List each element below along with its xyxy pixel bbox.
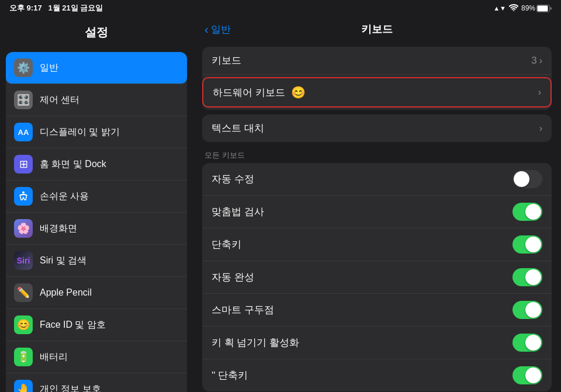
sidebar-label-accessibility: 손쉬운 사용 [40,190,89,203]
dquote-toggle[interactable] [512,366,542,384]
smart-punct-label: 스마트 구두점 [212,303,274,317]
back-button[interactable]: ‹ 일반 [205,23,231,36]
sidebar: 설정 ⚙️ 일반 🎛️ 제어 센터 AA 디스플레이 및 밝기 ⊞ 홈 [0,16,193,392]
dquote-label: '' 단축키 [212,369,248,382]
status-bar: 오후 9:17 1월 21일 금요일 ▲▼ 89% [0,0,561,16]
hardware-keyboard-row[interactable]: 하드웨어 키보드 😊 › [202,77,552,107]
control-center-icon: 🎛️ [14,91,33,109]
shortcuts-toggle[interactable] [512,235,542,254]
sidebar-item-siri[interactable]: Siri Siri 및 검색 [6,245,187,277]
auto-complete-row[interactable]: 자동 완성 [202,261,552,294]
text-replace-chevron: › [539,123,542,134]
auto-complete-toggle[interactable] [512,268,542,286]
detail-header: ‹ 일반 키보드 [193,16,561,42]
sidebar-item-accessibility[interactable]: 손쉬운 사용 [6,181,187,213]
sidebar-label-pencil: Apple Pencil [40,287,92,298]
shortcuts-row[interactable]: 단축키 [202,228,552,261]
svg-rect-1 [538,5,548,11]
sidebar-label-privacy: 개인 정보 보호 [40,383,101,393]
sidebar-item-control-center[interactable]: 🎛️ 제어 센터 [6,84,187,116]
sidebar-label-faceid: Face ID 및 암호 [40,319,106,331]
shortcuts-label: 단축키 [212,238,241,251]
sidebar-label-wallpaper: 배경화면 [40,223,77,235]
home-icon: ⊞ [14,155,33,174]
back-chevron-icon: ‹ [205,23,209,36]
sidebar-section-1: ⚙️ 일반 🎛️ 제어 센터 AA 디스플레이 및 밝기 ⊞ 홈 화면 및 Do… [6,52,187,392]
sidebar-label-general: 일반 [40,62,58,74]
status-time: 오후 9:17 1월 21일 금요일 [9,3,103,13]
display-icon: AA [14,123,33,141]
chevron-icon: › [539,55,542,66]
sidebar-label-control-center: 제어 센터 [40,94,79,106]
auto-correct-toggle[interactable] [512,170,542,188]
all-keyboards-group: 자동 수정 맞춤법 검사 단축키 자동 완성 스마트 구두점 [202,163,552,391]
detail-panel: ‹ 일반 키보드 키보드 3 › 하드웨어 키보드 😊 [193,16,561,392]
sidebar-label-siri: Siri 및 검색 [40,255,86,267]
hardware-chevron-icon: › [538,87,541,98]
sidebar-item-privacy[interactable]: 🤚 개인 정보 보호 [6,373,187,392]
back-label: 일반 [211,23,231,36]
battery-icon: 89% [521,4,552,12]
spell-check-label: 맞춤법 검사 [212,205,264,218]
section-all-keyboards: 모든 키보드 자동 수정 맞춤법 검사 단축키 자동 완성 [202,147,552,391]
auto-complete-label: 자동 완성 [212,270,254,284]
key-flick-label: 키 획 넘기기 활성화 [212,336,299,349]
keyboard-group: 키보드 3 › 하드웨어 키보드 😊 › [202,47,552,110]
spell-check-toggle[interactable] [512,203,542,221]
main-layout: 설정 ⚙️ 일반 🎛️ 제어 센터 AA 디스플레이 및 밝기 ⊞ 홈 [0,16,561,392]
signal-icon: ▲▼ [493,5,506,12]
keyboards-value: 3 › [531,55,542,67]
text-replace-label: 텍스트 대치 [212,122,264,135]
section-top: 키보드 3 › 하드웨어 키보드 😊 › [202,47,552,110]
battery-sidebar-icon: 🔋 [14,348,33,366]
sidebar-label-battery: 배터리 [40,351,68,363]
keyboards-label: 키보드 [212,54,241,67]
section-text-replace: 텍스트 대치 › [202,115,552,142]
siri-icon: Siri [14,251,33,270]
sidebar-item-pencil[interactable]: ✏️ Apple Pencil [6,277,187,309]
sidebar-label-home: 홈 화면 및 Dock [40,158,106,171]
text-replace-group: 텍스트 대치 › [202,115,552,142]
sidebar-item-battery[interactable]: 🔋 배터리 [6,341,187,373]
smart-punct-row[interactable]: 스마트 구두점 [202,294,552,327]
wallpaper-icon: 🌸 [14,219,33,238]
sidebar-item-home[interactable]: ⊞ 홈 화면 및 Dock [6,148,187,181]
pencil-icon: ✏️ [14,283,33,302]
hardware-keyboard-label: 하드웨어 키보드 [213,86,285,99]
privacy-icon: 🤚 [14,380,33,392]
auto-correct-label: 자동 수정 [212,172,254,186]
spell-check-row[interactable]: 맞춤법 검사 [202,196,552,228]
sidebar-title: 설정 [0,16,193,48]
status-icons: ▲▼ 89% [493,4,552,13]
text-replace-row[interactable]: 텍스트 대치 › [202,115,552,142]
dquote-row[interactable]: '' 단축키 [202,359,552,391]
faceid-icon: 😊 [14,315,33,334]
smart-punct-toggle[interactable] [512,301,542,319]
key-flick-row[interactable]: 키 획 넘기기 활성화 [202,327,552,359]
accessibility-icon [14,187,33,206]
detail-title: 키보드 [361,22,393,36]
all-keyboards-label: 모든 키보드 [202,147,552,163]
svg-point-2 [22,192,25,194]
sidebar-item-display[interactable]: AA 디스플레이 및 밝기 [6,116,187,148]
sidebar-item-general[interactable]: ⚙️ 일반 [6,52,187,84]
general-icon: ⚙️ [14,58,33,77]
sidebar-label-display: 디스플레이 및 밝기 [40,126,120,138]
wifi-icon [509,4,518,13]
keyboards-row[interactable]: 키보드 3 › [202,47,552,75]
face-icon: 😊 [291,85,306,99]
sidebar-item-wallpaper[interactable]: 🌸 배경화면 [6,213,187,245]
auto-correct-row[interactable]: 자동 수정 [202,163,552,196]
key-flick-toggle[interactable] [512,334,542,352]
sidebar-item-faceid[interactable]: 😊 Face ID 및 암호 [6,309,187,341]
